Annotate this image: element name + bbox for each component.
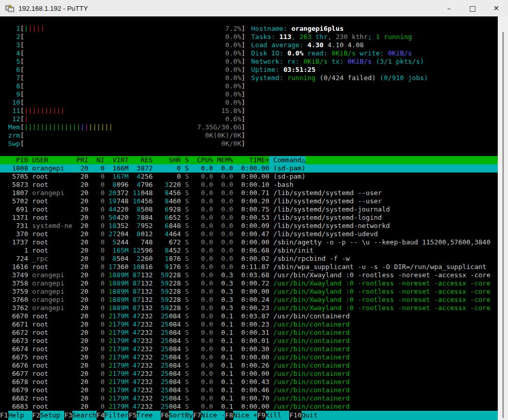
meter-open-bracket: [ — [20, 25, 24, 33]
scrollbar-thumb[interactable] — [502, 32, 504, 418]
cell-priority: 20 — [72, 386, 88, 394]
terminal-scrollbar[interactable] — [498, 16, 508, 420]
cell-pid: 370 — [0, 230, 28, 238]
fkey-f4-key[interactable]: F4 — [97, 411, 105, 420]
tasks-line-segment: , 230 kthr — [328, 33, 368, 41]
col-cmd[interactable]: Command△ — [269, 156, 498, 164]
process-row[interactable]: 691root2004422085086928S0.00.00:00.75/li… — [0, 205, 498, 214]
cpu-meter-2: 2[0.0%] — [4, 33, 246, 41]
process-row[interactable]: 3758orangepi2001889M8713259228S0.00.30:0… — [0, 279, 498, 288]
fkey-f5-key[interactable]: F5 — [128, 411, 137, 420]
process-row[interactable]: 3759orangepi2001889M8713259228S0.00.30:0… — [0, 288, 498, 296]
cell-nice: 0 — [88, 197, 104, 205]
cell-nice: 0 — [88, 173, 104, 181]
meter-close-bracket: ] — [241, 66, 246, 74]
terminal-screen[interactable]: 1[|||||7.2%]2[0.0%]3[0.0%]4[0.0%]5[0.0%]… — [0, 16, 498, 420]
process-row[interactable]: 5705root200167M42560S0.00.00:00.00(sd-pa… — [0, 173, 498, 181]
process-row[interactable]: 3749orangepi2001889M8713259228S0.00.30:0… — [0, 271, 498, 279]
fkey-f8-nice-[interactable]: Nice + — [233, 411, 257, 420]
memory-meter-label: Mem — [4, 123, 20, 131]
fkey-f9-kill[interactable]: Kill — [266, 411, 290, 420]
virt-segment: 1 — [108, 296, 112, 303]
process-row[interactable]: 6671root2002179M4723225084S0.00.10:00.23… — [0, 320, 498, 329]
process-row[interactable]: 5702root20019748104568460S0.00.00:00.20/… — [0, 197, 498, 205]
col-shr[interactable]: SHR — [153, 156, 181, 164]
col-pid[interactable]: PID — [0, 156, 28, 164]
col-user[interactable]: USER — [28, 156, 72, 164]
process-row[interactable]: 6675root2002179M4723225084S0.00.10:00.00… — [0, 353, 498, 361]
virt-segment: 1 — [108, 271, 112, 279]
col-st[interactable]: S — [181, 156, 189, 164]
col-pri[interactable]: PRI — [72, 156, 88, 164]
hostname-line-segment: Hostname: — [251, 25, 291, 32]
process-row[interactable]: 1371root2005042078846652S0.00.00:00.53/l… — [0, 214, 498, 222]
cpu-meter-2-label: 2 — [4, 33, 20, 41]
process-row[interactable]: 6672root2002179M4723225084S0.00.10:00.31… — [0, 329, 498, 337]
fkey-f9-key[interactable]: F9 — [257, 411, 266, 420]
process-row[interactable]: 6678root2002179M4723225084S0.00.10:00.43… — [0, 378, 498, 386]
cell-mem-percent: 0.1 — [213, 378, 233, 386]
fkey-f5-tree[interactable]: Tree — [137, 411, 161, 420]
maximize-button[interactable]: □ — [461, 0, 484, 16]
fkey-f7-key[interactable]: F7 — [193, 411, 201, 420]
process-row[interactable]: 3762orangepi2001889M8713259228S0.00.30:0… — [0, 304, 498, 312]
fkey-f3-search[interactable]: Search — [72, 411, 97, 420]
col-memp[interactable]: MEM% — [213, 156, 233, 164]
fkey-f1-help[interactable]: Help — [8, 411, 32, 420]
close-button[interactable]: ✕ — [484, 0, 508, 16]
cpu-meter-3: 3[0.0%] — [4, 41, 246, 49]
fkey-f4-filter[interactable]: Filter — [104, 411, 128, 420]
process-row[interactable]: 1737root2005244748672S0.00.00:00.00/sbin… — [0, 238, 498, 246]
cell-virt: 2179M — [104, 403, 128, 411]
cell-command: /usr/bin/containerd — [269, 337, 498, 345]
process-row[interactable]: 6682root2002179M4723225084S0.00.10:00.70… — [0, 394, 498, 403]
fkey-f6-sortby[interactable]: SortBy — [169, 411, 193, 420]
col-time[interactable]: TIME+ — [233, 156, 269, 164]
cpu-meter-1-value: 7.2% — [225, 25, 241, 33]
col-virt[interactable]: VIRT — [104, 156, 128, 164]
fkey-f2-setup[interactable]: Setup — [40, 411, 64, 420]
process-row[interactable]: 6674root2002179M4723225084S0.00.10:00.30… — [0, 345, 498, 353]
fkey-f8-key[interactable]: F8 — [225, 411, 233, 420]
process-row[interactable]: 6676root2002179M4723225084S0.00.10:00.26… — [0, 361, 498, 370]
process-row[interactable]: 6683root2002179M4723225084S0.00.10:00.00… — [0, 403, 498, 411]
process-row[interactable]: 5873root200809647963220S0.00.00:00.10-ba… — [0, 181, 498, 189]
fkey-f7-nice-[interactable]: Nice - — [201, 411, 225, 420]
cpu-meter-3-bar: 0.0% — [24, 41, 241, 49]
process-row[interactable]: 724_rpc200850422601876S0.00.00:00.02/sbi… — [0, 255, 498, 263]
fkey-f10-quit[interactable]: Quit — [302, 411, 326, 420]
process-row[interactable]: 1807orangepi20020372110488456S0.00.00:00… — [0, 189, 498, 197]
fkey-f2-key[interactable]: F2 — [32, 411, 41, 420]
process-row[interactable]: 6679root2002179M4723225084S0.00.10:00.46… — [0, 386, 498, 394]
process-row[interactable]: 3760orangepi2001889M8713259228S0.00.30:0… — [0, 296, 498, 304]
network-line: Network: rx: 0KiB/s tx: 0KiB/s (3/1 pkts… — [251, 58, 428, 66]
fkey-f1-key[interactable]: F1 — [0, 411, 8, 420]
process-row[interactable]: 6673root2002179M4723225084S0.00.10:00.01… — [0, 337, 498, 345]
cell-state: S — [181, 288, 189, 296]
cell-priority: 20 — [72, 403, 88, 411]
virt-segment: 1 — [108, 288, 112, 295]
col-res[interactable]: RES — [128, 156, 153, 164]
cell-user: systemd-ne — [28, 222, 72, 230]
cell-cpu-percent: 0.0 — [189, 246, 213, 255]
cell-command: /lib/systemd/systemd-networkd — [269, 222, 498, 230]
meter-close-bracket: ] — [241, 90, 246, 99]
shr-segment: 25 — [161, 353, 169, 361]
process-row-selected[interactable]: 1808orangepi200166M38720S0.00.00:00.00(s… — [0, 164, 498, 173]
col-cpu[interactable]: CPU% — [189, 156, 213, 164]
process-row[interactable]: 6670root2002179M4723225084S0.00.10:03.87… — [0, 312, 498, 320]
fkey-f6-key[interactable]: F6 — [161, 411, 169, 420]
process-row[interactable]: 6677root2002179M4723225084S0.00.10:00.00… — [0, 370, 498, 378]
process-row[interactable]: 1root200165M125968452S0.00.00:06.68/sbin… — [0, 246, 498, 255]
cell-state: S — [181, 403, 189, 411]
cell-command: (sd-pam) — [269, 164, 498, 173]
minimize-button[interactable]: – — [437, 0, 461, 16]
fkey-f10-key[interactable]: F10 — [289, 411, 301, 420]
col-ni[interactable]: NI — [88, 156, 104, 164]
fkey-f3-key[interactable]: F3 — [64, 411, 72, 420]
cell-nice: 0 — [88, 263, 104, 271]
title-bar[interactable]: 192.168.1.192 - PuTTY – □ ✕ — [0, 0, 508, 16]
process-row[interactable]: 731systemd-ne2001835279526848S0.00.00:00… — [0, 222, 498, 230]
process-row[interactable]: 1616root20017360108169176S0.00.00:11.87/… — [0, 263, 498, 271]
process-row[interactable]: 370root2002720480124464S0.00.00:00.47/li… — [0, 230, 498, 238]
